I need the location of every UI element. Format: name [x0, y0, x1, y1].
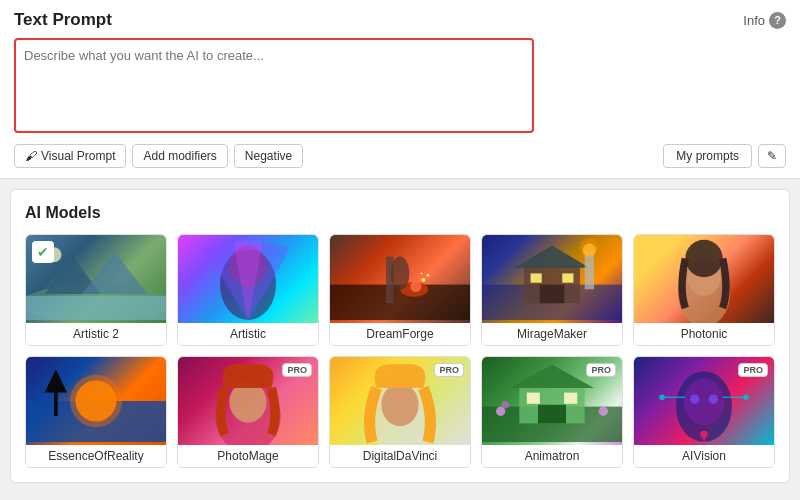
model-card-digitaldavinci[interactable]: PRO DigitalDaVinci [329, 356, 471, 468]
pro-badge-photomage: PRO [282, 363, 312, 377]
models-section: AI Models ✔ [10, 189, 790, 483]
model-label-essenceofreal: EssenceOfReality [26, 445, 166, 467]
pro-badge-digitaldavinci: PRO [434, 363, 464, 377]
svg-point-46 [502, 401, 509, 408]
svg-point-56 [709, 394, 718, 403]
negative-button[interactable]: Negative [234, 144, 303, 168]
model-label-photonic: Photonic [634, 323, 774, 345]
top-header: Text Prompt Info ? [14, 10, 786, 30]
model-label-photomage: PhotoMage [178, 445, 318, 467]
prompt-textarea[interactable] [14, 38, 534, 133]
svg-rect-41 [538, 405, 566, 424]
models-grid: ✔ Artistic 2 [25, 234, 775, 468]
svg-rect-22 [585, 252, 594, 289]
svg-point-53 [743, 394, 749, 400]
pro-badge-aivision: PRO [738, 363, 768, 377]
svg-rect-42 [527, 393, 540, 404]
page-title: Text Prompt [14, 10, 112, 30]
add-modifiers-label: Add modifiers [143, 149, 216, 163]
svg-point-55 [690, 394, 699, 403]
model-card-artistic2[interactable]: ✔ Artistic 2 [25, 234, 167, 346]
info-label: Info [743, 13, 765, 28]
svg-marker-3 [82, 252, 147, 294]
add-modifiers-button[interactable]: Add modifiers [132, 144, 227, 168]
svg-rect-19 [540, 285, 564, 304]
svg-marker-40 [510, 365, 594, 388]
svg-rect-20 [531, 273, 542, 282]
model-label-digitaldavinci: DigitalDaVinci [330, 445, 470, 467]
info-icon: ? [769, 12, 786, 29]
model-label-aivision: AIVision [634, 445, 774, 467]
svg-point-14 [421, 272, 423, 274]
svg-point-45 [599, 407, 608, 416]
model-card-dreamforge[interactable]: DreamForge [329, 234, 471, 346]
my-prompts-label: My prompts [676, 149, 739, 163]
svg-point-48 [683, 379, 724, 426]
svg-point-13 [427, 274, 430, 277]
svg-rect-4 [26, 296, 166, 320]
model-label-artistic: Artistic [178, 323, 318, 345]
checkmark-icon: ✔ [37, 244, 49, 260]
svg-point-54 [700, 431, 707, 438]
svg-rect-21 [562, 273, 573, 282]
model-label-animatron: Animatron [482, 445, 622, 467]
pro-badge-animatron: PRO [586, 363, 616, 377]
model-label-dreamforge: DreamForge [330, 323, 470, 345]
model-card-essenceofreal[interactable]: EssenceOfReality [25, 356, 167, 468]
svg-point-28 [685, 240, 722, 277]
model-label-miragemaker: MirageMaker [482, 323, 622, 345]
edit-button[interactable]: ✎ [758, 144, 786, 168]
svg-point-11 [410, 281, 421, 292]
model-card-animatron[interactable]: PRO Animatron [481, 356, 623, 468]
model-card-aivision[interactable]: PRO AIVision [633, 356, 775, 468]
model-label-artistic2: Artistic 2 [26, 323, 166, 345]
svg-point-37 [381, 383, 418, 426]
selected-badge-artistic2: ✔ [32, 241, 54, 263]
visual-prompt-label: Visual Prompt [41, 149, 115, 163]
svg-point-12 [421, 278, 425, 282]
svg-rect-43 [564, 393, 577, 404]
visual-prompt-button[interactable]: 🖌 Visual Prompt [14, 144, 126, 168]
toolbar-left: 🖌 Visual Prompt Add modifiers Negative [14, 144, 303, 168]
info-button[interactable]: Info ? [743, 12, 786, 29]
svg-point-31 [70, 375, 122, 427]
top-section: Text Prompt Info ? 🖌 Visual Prompt Add m… [0, 0, 800, 179]
svg-marker-33 [45, 369, 67, 392]
svg-point-24 [580, 238, 599, 257]
edit-icon: ✎ [767, 149, 777, 163]
svg-point-15 [391, 257, 410, 291]
my-prompts-button[interactable]: My prompts [663, 144, 752, 168]
negative-label: Negative [245, 149, 292, 163]
models-title: AI Models [25, 204, 775, 222]
svg-marker-18 [515, 245, 590, 267]
toolbar: 🖌 Visual Prompt Add modifiers Negative M… [14, 144, 786, 168]
svg-point-52 [659, 394, 665, 400]
toolbar-right: My prompts ✎ [663, 144, 786, 168]
brush-icon: 🖌 [25, 149, 37, 163]
model-card-miragemaker[interactable]: MirageMaker [481, 234, 623, 346]
model-card-artistic[interactable]: Artistic [177, 234, 319, 346]
model-card-photomage[interactable]: PRO PhotoMage [177, 356, 319, 468]
model-card-photonic[interactable]: Photonic [633, 234, 775, 346]
